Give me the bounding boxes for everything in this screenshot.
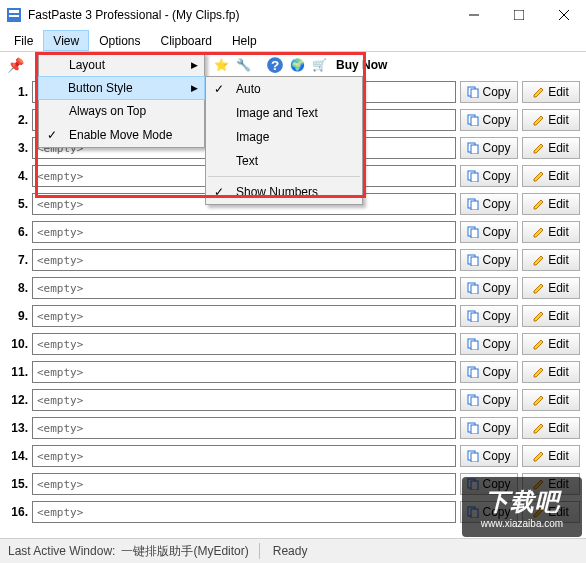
svg-rect-34 [471, 425, 478, 434]
copy-button[interactable]: Copy [460, 165, 518, 187]
copy-button[interactable]: Copy [460, 193, 518, 215]
copy-button[interactable]: Copy [460, 221, 518, 243]
edit-button[interactable]: Edit [522, 361, 580, 383]
statusbar: Last Active Window: 一键排版助手(MyEditor) Rea… [0, 538, 586, 563]
edit-button[interactable]: Edit [522, 165, 580, 187]
maximize-button[interactable] [496, 0, 541, 30]
minimize-button[interactable] [451, 0, 496, 30]
copy-button[interactable]: Copy [460, 277, 518, 299]
buy-now-link[interactable]: Buy Now [336, 58, 387, 72]
checkmark-icon: ✓ [214, 185, 224, 199]
menu-file[interactable]: File [4, 30, 43, 51]
row-number: 13. [6, 421, 28, 435]
menu-item-image[interactable]: Image [206, 125, 362, 149]
menu-view[interactable]: View [43, 30, 89, 51]
menu-help[interactable]: Help [222, 30, 267, 51]
menu-item-show-numbers[interactable]: ✓Show Numbers [206, 180, 362, 204]
clip-input[interactable] [32, 361, 456, 383]
menu-item-button-style[interactable]: Button Style▶ [38, 76, 205, 100]
menu-item-image-and-text[interactable]: Image and Text [206, 101, 362, 125]
svg-rect-28 [471, 341, 478, 350]
close-button[interactable] [541, 0, 586, 30]
menu-options[interactable]: Options [89, 30, 150, 51]
edit-button[interactable]: Edit [522, 249, 580, 271]
watermark-url: www.xiazaiba.com [481, 518, 563, 529]
menu-item-always-on-top[interactable]: Always on Top [39, 99, 204, 123]
svg-text:?: ? [271, 58, 279, 73]
clip-input[interactable] [32, 389, 456, 411]
copy-button[interactable]: Copy [460, 389, 518, 411]
submenu-arrow-icon: ▶ [191, 60, 198, 70]
svg-rect-16 [471, 173, 478, 182]
edit-button[interactable]: Edit [522, 305, 580, 327]
svg-rect-10 [471, 89, 478, 98]
edit-button[interactable]: Edit [522, 277, 580, 299]
help-icon[interactable]: ? [266, 56, 284, 74]
edit-button[interactable]: Edit [522, 417, 580, 439]
menu-separator [208, 176, 360, 177]
app-icon [6, 7, 22, 23]
status-label: Last Active Window: [8, 544, 115, 558]
copy-button[interactable]: Copy [460, 137, 518, 159]
row-number: 10. [6, 337, 28, 351]
edit-button[interactable]: Edit [522, 81, 580, 103]
edit-button[interactable]: Edit [522, 333, 580, 355]
menu-clipboard[interactable]: Clipboard [151, 30, 222, 51]
row-number: 16. [6, 505, 28, 519]
edit-button[interactable]: Edit [522, 109, 580, 131]
edit-button[interactable]: Edit [522, 445, 580, 467]
copy-button[interactable]: Copy [460, 445, 518, 467]
watermark-text: 下载吧 [485, 486, 560, 518]
copy-button[interactable]: Copy [460, 109, 518, 131]
menu-item-text[interactable]: Text [206, 149, 362, 173]
copy-button[interactable]: Copy [460, 333, 518, 355]
status-ready: Ready [273, 544, 308, 558]
menu-item-auto[interactable]: ✓Auto [206, 77, 362, 101]
titlebar: FastPaste 3 Professional - (My Clips.fp) [0, 0, 586, 30]
clip-input[interactable] [32, 277, 456, 299]
copy-button[interactable]: Copy [460, 361, 518, 383]
checkmark-icon: ✓ [47, 128, 57, 142]
cart-icon[interactable]: 🛒 [310, 56, 328, 74]
clip-input[interactable] [32, 501, 456, 523]
svg-rect-30 [471, 369, 478, 378]
edit-button[interactable]: Edit [522, 221, 580, 243]
row-number: 12. [6, 393, 28, 407]
button-style-submenu: ✓AutoImage and TextImageText✓Show Number… [205, 76, 363, 205]
menu-item-enable-move-mode[interactable]: ✓Enable Move Mode [39, 123, 204, 147]
clip-row: 13.CopyEdit [6, 414, 580, 442]
svg-rect-4 [514, 10, 524, 20]
clip-input[interactable] [32, 249, 456, 271]
copy-button[interactable]: Copy [460, 305, 518, 327]
submenu-arrow-icon: ▶ [191, 83, 198, 93]
svg-rect-2 [9, 15, 19, 17]
checkmark-icon: ✓ [214, 82, 224, 96]
edit-button[interactable]: Edit [522, 137, 580, 159]
clip-row: 8.CopyEdit [6, 274, 580, 302]
pin-icon[interactable]: 📌 [6, 56, 24, 74]
clip-input[interactable] [32, 445, 456, 467]
clip-input[interactable] [32, 473, 456, 495]
clip-input[interactable] [32, 221, 456, 243]
view-menu: Layout▶Button Style▶Always on Top✓Enable… [38, 52, 205, 148]
row-number: 3. [6, 141, 28, 155]
clip-input[interactable] [32, 417, 456, 439]
watermark: 下载吧 www.xiazaiba.com [462, 477, 582, 537]
edit-button[interactable]: Edit [522, 193, 580, 215]
copy-button[interactable]: Copy [460, 417, 518, 439]
menubar: FileViewOptionsClipboardHelp [0, 30, 586, 52]
menu-item-layout[interactable]: Layout▶ [39, 53, 204, 77]
star-icon[interactable]: ⭐ [212, 56, 230, 74]
clip-input[interactable] [32, 333, 456, 355]
clip-row: 10.CopyEdit [6, 330, 580, 358]
copy-button[interactable]: Copy [460, 249, 518, 271]
clip-row: 12.CopyEdit [6, 386, 580, 414]
svg-rect-14 [471, 145, 478, 154]
edit-button[interactable]: Edit [522, 389, 580, 411]
wrench-icon[interactable]: 🔧 [234, 56, 252, 74]
copy-button[interactable]: Copy [460, 81, 518, 103]
globe-icon[interactable]: 🌍 [288, 56, 306, 74]
svg-rect-12 [471, 117, 478, 126]
row-number: 2. [6, 113, 28, 127]
clip-input[interactable] [32, 305, 456, 327]
